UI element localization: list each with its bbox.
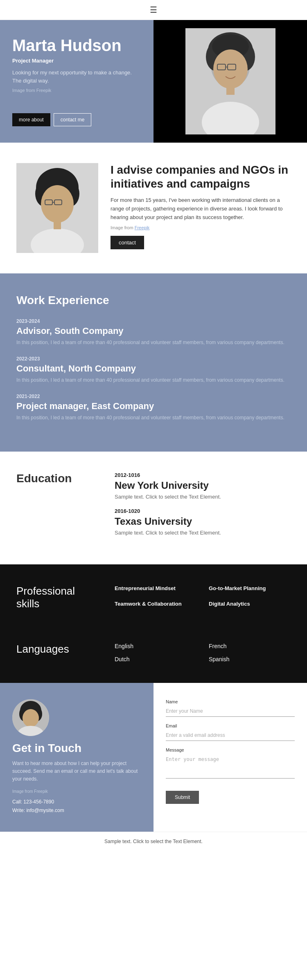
skills-grid: Entrepreneurial Mindset Go-to-Market Pla… bbox=[115, 585, 291, 608]
work-desc-3: In this position, I led a team of more t… bbox=[16, 414, 291, 421]
edu-desc-2: Sample text. Click to select the Text El… bbox=[115, 530, 291, 536]
contact-left-panel: Get in Touch Want to hear more about how… bbox=[0, 683, 154, 832]
message-label: Message bbox=[166, 747, 295, 752]
about-text: For more than 15 years, I've been workin… bbox=[111, 196, 291, 222]
education-title: Education bbox=[16, 472, 98, 485]
edu-institution-2: Texas University bbox=[115, 516, 291, 527]
work-years-2: 2022-2023 bbox=[16, 356, 291, 362]
work-title-3: Project manager, East Company bbox=[16, 401, 291, 412]
svg-rect-11 bbox=[226, 85, 235, 95]
hero-section: Marta Hudson Project Manager Looking for… bbox=[0, 20, 307, 143]
hero-photo bbox=[185, 28, 275, 134]
name-label: Name bbox=[166, 699, 295, 704]
language-dutch: Dutch bbox=[115, 656, 196, 662]
submit-button[interactable]: Submit bbox=[166, 791, 199, 804]
footer-text: Sample text. Click to select the Text El… bbox=[104, 839, 203, 844]
skill-item-4: Digital Analytics bbox=[209, 600, 291, 608]
edu-years-1: 2012-1016 bbox=[115, 472, 291, 478]
hamburger-icon[interactable]: ☰ bbox=[150, 5, 157, 15]
work-entry-3: 2021-2022 Project manager, East Company … bbox=[16, 394, 291, 421]
email-input[interactable] bbox=[166, 730, 295, 741]
skill-item-3: Teamwork & Collaboration bbox=[115, 600, 196, 608]
work-years-1: 2023-2024 bbox=[16, 318, 291, 324]
hero-name: Marta Hudson bbox=[12, 36, 141, 54]
languages-section: Languages English French Dutch Spanish bbox=[0, 631, 307, 683]
contact-photo bbox=[12, 699, 49, 736]
about-content: I advise companies and NGOs in initiativ… bbox=[111, 163, 291, 249]
work-desc-2: In this position, I led a team of more t… bbox=[16, 376, 291, 384]
contact-me-button[interactable]: contact me bbox=[54, 113, 92, 126]
name-field: Name bbox=[166, 699, 295, 717]
language-spanish: Spanish bbox=[209, 656, 291, 662]
hero-buttons: more about contact me bbox=[12, 113, 141, 126]
language-french: French bbox=[209, 643, 291, 649]
message-input[interactable] bbox=[166, 754, 295, 779]
work-experience-section: Work Experience 2023-2024 Advisor, South… bbox=[0, 273, 307, 452]
contact-text: Want to hear more about how I can help y… bbox=[12, 760, 141, 783]
work-section-title: Work Experience bbox=[16, 294, 291, 307]
about-image-credit: Image from Freepik bbox=[111, 225, 291, 230]
footer: Sample text. Click to select the Text El… bbox=[0, 832, 307, 851]
svg-point-27 bbox=[23, 709, 39, 727]
work-entry-1: 2023-2024 Advisor, South Company In this… bbox=[16, 318, 291, 346]
contact-email-info: Write: info@mysite.com bbox=[12, 806, 141, 815]
about-photo bbox=[16, 163, 98, 253]
contact-button[interactable]: contact bbox=[111, 236, 144, 249]
edu-entry-1: 2012-1016 New York University Sample tex… bbox=[115, 472, 291, 500]
skill-item-2: Go-to-Market Planning bbox=[209, 585, 291, 592]
name-input[interactable] bbox=[166, 706, 295, 717]
education-right: 2012-1016 New York University Sample tex… bbox=[115, 472, 291, 544]
contact-info: Call: 123-456-7890 Write: info@mysite.co… bbox=[12, 798, 141, 815]
education-left: Education bbox=[16, 472, 98, 544]
hero-description: Looking for my next opportunity to make … bbox=[12, 69, 141, 85]
about-section: I advise companies and NGOs in initiativ… bbox=[0, 143, 307, 273]
contact-heading: Get in Touch bbox=[12, 742, 141, 755]
email-label: Email bbox=[166, 723, 295, 728]
languages-section-title: Languages bbox=[16, 643, 98, 656]
svg-point-6 bbox=[213, 49, 248, 89]
svg-rect-22 bbox=[54, 220, 61, 229]
skills-section: Professional skills Entrepreneurial Mind… bbox=[0, 564, 307, 631]
email-field: Email bbox=[166, 723, 295, 741]
hero-image-credit: Image from Freepik bbox=[12, 88, 141, 93]
education-section: Education 2012-1016 New York University … bbox=[0, 452, 307, 564]
hero-title: Project Manager bbox=[12, 58, 141, 64]
edu-institution-1: New York University bbox=[115, 480, 291, 491]
about-heading: I advise companies and NGOs in initiativ… bbox=[111, 163, 291, 190]
freepik-link[interactable]: Freepik bbox=[135, 225, 150, 230]
svg-point-20 bbox=[51, 212, 63, 219]
message-field: Message bbox=[166, 747, 295, 780]
skills-section-title: Professional skills bbox=[16, 585, 98, 610]
work-title-1: Advisor, South Company bbox=[16, 326, 291, 336]
edu-entry-2: 2016-1020 Texas University Sample text. … bbox=[115, 508, 291, 536]
contact-image-credit: Image from Freepik bbox=[12, 789, 141, 794]
contact-section: Get in Touch Want to hear more about how… bbox=[0, 683, 307, 832]
more-about-button[interactable]: more about bbox=[12, 113, 50, 126]
work-title-2: Consultant, North Company bbox=[16, 363, 291, 374]
hero-left-panel: Marta Hudson Project Manager Looking for… bbox=[0, 20, 154, 143]
work-desc-1: In this position, I led a team of more t… bbox=[16, 339, 291, 346]
skill-item-1: Entrepreneurial Mindset bbox=[115, 585, 196, 592]
edu-desc-1: Sample text. Click to select the Text El… bbox=[115, 494, 291, 500]
edu-years-2: 2016-1020 bbox=[115, 508, 291, 514]
work-entry-2: 2022-2023 Consultant, North Company In t… bbox=[16, 356, 291, 384]
language-english: English bbox=[115, 643, 196, 649]
contact-form-panel: Name Email Message Submit bbox=[154, 683, 307, 832]
languages-grid: English French Dutch Spanish bbox=[115, 643, 291, 662]
contact-phone: Call: 123-456-7890 bbox=[12, 798, 141, 807]
top-navigation[interactable]: ☰ bbox=[0, 0, 307, 20]
hero-right-panel bbox=[154, 20, 307, 143]
work-years-3: 2021-2022 bbox=[16, 394, 291, 399]
